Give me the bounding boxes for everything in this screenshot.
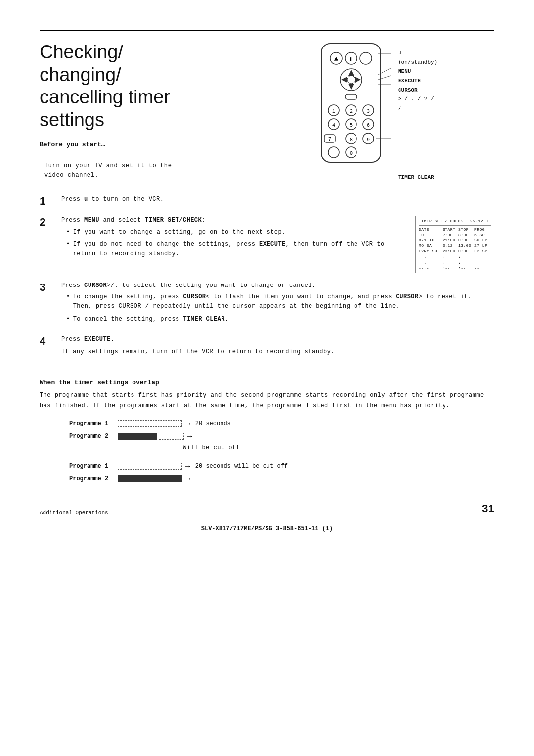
- step-3-bullet-list: • To change the setting, press CURSOR< t…: [66, 292, 494, 324]
- prog-1-arrow: →: [185, 419, 190, 428]
- svg-marker-8: [348, 84, 354, 90]
- timer-r6-prog: --: [474, 260, 488, 265]
- timer-row-4: EVRY SU 23:00 0:00 L2 SP: [419, 248, 491, 254]
- remote-labels: u (on/standby) MENU EXECUTE CURSOR > / .…: [398, 48, 437, 182]
- timer-r7-prog: --: [474, 265, 488, 271]
- timer-screen: TIMER SET / CHECK 25.12 TH DATE START ST…: [415, 216, 494, 273]
- prog-2b-arrow: →: [185, 474, 190, 484]
- title-block: Checking/ changing/ cancelling timer set…: [40, 41, 198, 180]
- prog-2b-bar-area: →: [118, 474, 190, 484]
- svg-text:8: 8: [350, 137, 353, 142]
- prog-2-arrow: →: [187, 431, 192, 441]
- step-2-bullet-1: • If you want to change a setting, go on…: [66, 228, 407, 237]
- timer-r6-start: :--: [443, 260, 456, 265]
- step-2-bullet-2: • If you do not need to change the setti…: [66, 240, 407, 259]
- page-title: Checking/ changing/ cancelling timer set…: [40, 41, 198, 131]
- prog-2-bar-filled: [118, 433, 157, 440]
- steps-section: 1 Press u to turn on the VCR. 2 Press ME…: [40, 195, 494, 357]
- svg-text:3: 3: [367, 109, 370, 114]
- prog-1-bar: [118, 420, 182, 427]
- before-start-text-content: Turn on your TV and set it to the video …: [44, 162, 172, 179]
- page-content: Checking/ changing/ cancelling timer set…: [40, 30, 494, 532]
- before-start-label: Before you start…: [40, 141, 198, 148]
- timer-r3-start: 0:12: [443, 243, 456, 248]
- timer-r1-prog: 6 SP: [474, 232, 488, 237]
- before-start-text: Turn on your TV and set it to the video …: [44, 151, 198, 180]
- timer-r2-date: 8-1 TH: [419, 237, 441, 243]
- svg-text:1: 1: [332, 109, 335, 114]
- label-u: u: [398, 48, 437, 58]
- step-3-bullet-1-text: To change the setting, press CURSOR< to …: [73, 292, 494, 311]
- svg-text:⏸: ⏸: [349, 57, 354, 62]
- top-rule: [40, 30, 494, 31]
- col-stop: STOP: [458, 227, 472, 232]
- prog-1b-label: Programme 1: [69, 463, 114, 470]
- timer-r7-date: --.-: [419, 265, 441, 271]
- label-timer-clear: TIMER CLEAR: [398, 173, 437, 182]
- timer-r2-start: 21:00: [443, 237, 456, 243]
- svg-text:9: 9: [367, 137, 370, 142]
- svg-marker-10: [355, 77, 361, 83]
- timer-screen-header: TIMER SET / CHECK 25.12 TH: [419, 218, 491, 225]
- step-2-content: Press MENU and select TIMER SET/CHECK: •…: [61, 216, 494, 273]
- prog-2-label: Programme 2: [69, 433, 114, 440]
- svg-text:2: 2: [350, 109, 353, 114]
- remote-control: ▲ ⏸ 1 2: [307, 41, 405, 172]
- svg-rect-12: [345, 94, 357, 99]
- step-3-content: Press CURSOR>/. to select the setting yo…: [61, 281, 494, 327]
- step-2-bullets: Press MENU and select TIMER SET/CHECK: •…: [61, 216, 407, 262]
- bullet-dot: •: [66, 228, 70, 237]
- prog-1-note: 20 seconds: [195, 420, 231, 427]
- svg-text:0: 0: [350, 151, 353, 156]
- step-2-row: Press MENU and select TIMER SET/CHECK: •…: [61, 216, 494, 273]
- step-3-bullet-1: • To change the setting, press CURSOR< t…: [66, 292, 494, 311]
- page-footer: Additional Operations 31: [40, 499, 494, 516]
- overlap-section: When the timer settings overlap The prog…: [40, 379, 494, 484]
- timer-r5-start: :--: [443, 254, 456, 259]
- timer-r4-stop: 0:00: [458, 248, 472, 254]
- svg-point-11: [347, 76, 355, 84]
- timer-r4-start: 23:00: [443, 248, 456, 254]
- prog-1b-note: 20 seconds will be cut off: [195, 463, 288, 470]
- timer-r7-stop: :--: [458, 265, 472, 271]
- step-2-bullet-2-text: If you do not need to change the setting…: [73, 240, 407, 259]
- prog-1b-bar-area: → 20 seconds will be cut off: [118, 461, 288, 471]
- timer-row-7: --.- :-- :-- --: [419, 265, 491, 271]
- label-on-standby: (on/standby): [398, 58, 437, 67]
- timer-row-2: 8-1 TH 21:00 0:00 50 LP: [419, 237, 491, 243]
- timer-row-6: --.- :-- :-- --: [419, 260, 491, 265]
- prog-2b-label: Programme 2: [69, 475, 114, 482]
- timer-r2-prog: 50 LP: [474, 237, 488, 243]
- timer-r7-start: :--: [443, 265, 456, 271]
- step-3-text: Press CURSOR>/. to select the setting yo…: [61, 281, 494, 290]
- prog-2b-bar-filled: [118, 475, 182, 482]
- prog-1-bar-area: → 20 seconds: [118, 419, 231, 428]
- timer-screen-date: 25.12 TH: [470, 218, 491, 224]
- timer-row-5: --.- :-- :-- --: [419, 254, 491, 259]
- svg-text:▲: ▲: [334, 55, 339, 63]
- label-cursor-symbols: > / . / ? / /: [398, 94, 437, 113]
- prog-1-row: Programme 1 → 20 seconds: [69, 419, 494, 428]
- col-date: DATE: [419, 227, 441, 232]
- svg-point-31: [328, 147, 339, 158]
- step-4: 4 Press EXECUTE. If any settings remain,…: [40, 335, 494, 357]
- step-1-text: Press u to turn on the VCR.: [61, 196, 164, 203]
- svg-text:5: 5: [350, 123, 353, 128]
- bullet-dot-3a: •: [66, 292, 70, 311]
- svg-text:6: 6: [367, 123, 370, 128]
- step-3-bullet-2: • To cancel the setting, press TIMER CLE…: [66, 315, 494, 324]
- svg-text:7: 7: [328, 137, 331, 142]
- timer-r2-stop: 0:00: [458, 237, 472, 243]
- svg-marker-9: [341, 77, 347, 83]
- timer-r3-stop: 13:00: [458, 243, 472, 248]
- footer-page-number: 31: [482, 503, 494, 516]
- timer-r3-date: MO-SA: [419, 243, 441, 248]
- step-2-bullet-list: • If you want to change a setting, go on…: [66, 228, 407, 259]
- overlap-title: When the timer settings overlap: [40, 379, 494, 386]
- timer-r6-date: --.-: [419, 260, 441, 265]
- timer-r1-stop: 8:00: [458, 232, 472, 237]
- step-2-text: Press MENU and select TIMER SET/CHECK:: [61, 216, 407, 225]
- timer-r5-stop: :--: [458, 254, 472, 259]
- prog-1b-row: Programme 1 → 20 seconds will be cut off: [69, 461, 494, 471]
- svg-marker-7: [348, 70, 354, 76]
